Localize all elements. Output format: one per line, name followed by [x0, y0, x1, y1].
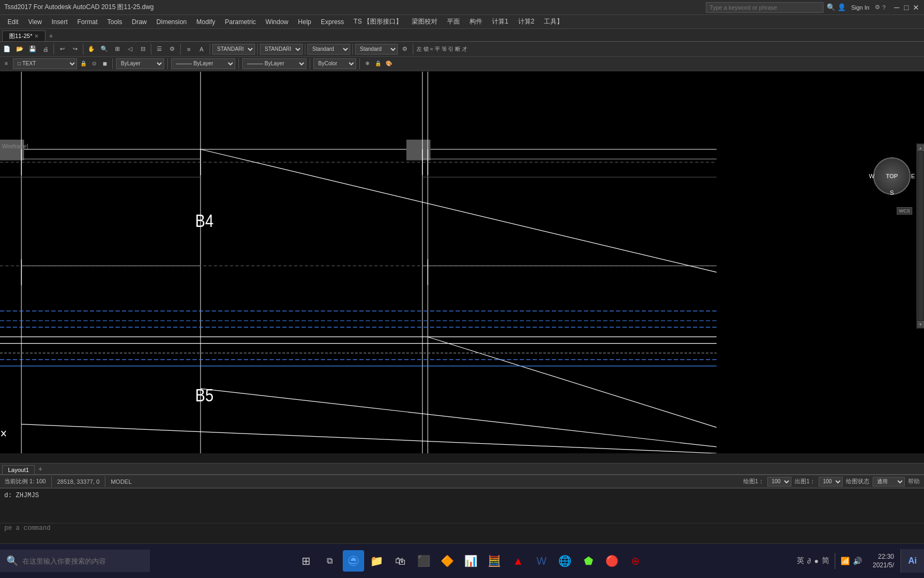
network-icon[interactable]: 📶	[841, 557, 850, 565]
zoom-prev-btn[interactable]: ◁	[124, 43, 136, 55]
menu-tools2[interactable]: 工具】	[540, 16, 567, 27]
taskbar-explorer-btn[interactable]: 📁	[366, 550, 388, 572]
save-btn[interactable]: 💾	[27, 43, 38, 55]
layer-btn2[interactable]: 🔒	[79, 59, 88, 68]
taskbar-app12-btn[interactable]: ⬟	[578, 550, 599, 572]
menu-draw[interactable]: Draw	[128, 17, 151, 27]
lineweight-select[interactable]: ——— ByLayer	[242, 58, 306, 69]
menu-pingmian[interactable]: 平面	[443, 16, 464, 27]
text-style-btn[interactable]: A	[196, 43, 207, 55]
taskbar-app7-btn[interactable]: 📊	[460, 550, 482, 572]
menu-gou[interactable]: 构件	[465, 16, 487, 27]
tray-symbol2[interactable]: ●	[814, 557, 818, 565]
canvas-area[interactable]: Wireframe]	[0, 72, 924, 453]
redo-btn[interactable]: ↪	[69, 43, 81, 55]
menu-express[interactable]: Express	[317, 17, 348, 27]
sign-in-button[interactable]: Sign In	[848, 3, 873, 12]
dim-style-dropdown[interactable]: STANDARI	[260, 44, 303, 55]
properties-btn[interactable]: ⚙	[166, 43, 178, 55]
taskbar-search-input[interactable]	[22, 557, 135, 565]
tray-symbol1[interactable]: ∂	[807, 557, 811, 565]
color-select[interactable]: ByLayer	[116, 58, 164, 69]
taskbar-autocad-btn[interactable]: ⬛	[413, 550, 435, 572]
taskbar-calc-btn[interactable]: 🧮	[484, 550, 505, 572]
vp-lock-btn[interactable]: 🔒	[374, 59, 382, 68]
search-icon[interactable]: 🔍	[827, 3, 835, 11]
help-icon[interactable]: ?	[882, 4, 886, 11]
menu-liang[interactable]: 梁图校对	[407, 16, 442, 27]
menu-dimension[interactable]: Dimension	[152, 17, 191, 27]
scroll-up-btn[interactable]: ▲	[918, 144, 924, 151]
vp-color-btn[interactable]: 🎨	[384, 59, 393, 68]
taskbar-app11-btn[interactable]: 🌐	[555, 550, 576, 572]
menu-edit[interactable]: Edit	[3, 17, 23, 27]
plotstyle-select[interactable]: ByColor	[313, 58, 356, 69]
maximize-button[interactable]: □	[903, 4, 910, 11]
tray-input-mode[interactable]: 英	[797, 556, 804, 566]
taskbar-start-btn[interactable]: ⊞	[296, 550, 317, 572]
drawing-scale-select[interactable]: 100	[767, 477, 791, 486]
toolbar1: 📄 📂 💾 🖨 ↩ ↪ ✋ 🔍 ⊞ ◁ ⊟ ☰ ⚙ ≡ A STANDARI S…	[0, 42, 924, 57]
taskbar-xiaomi-btn[interactable]: 🔶	[437, 550, 458, 572]
drawing-canvas[interactable]: B4 B5 ✕	[0, 72, 924, 453]
layer-panel-btn[interactable]: ≡	[2, 59, 11, 68]
help-label[interactable]: 帮助	[908, 477, 920, 485]
vp-freeze-btn[interactable]: ❄	[363, 59, 372, 68]
menu-modify[interactable]: Modify	[192, 17, 219, 27]
ai-button[interactable]: Ai	[900, 549, 924, 573]
layout-tab-add-button[interactable]: +	[35, 463, 45, 474]
workspace-dropdown[interactable]: Standard	[355, 44, 398, 55]
undo-btn[interactable]: ↩	[56, 43, 68, 55]
text-style-dropdown[interactable]: STANDARI	[212, 44, 255, 55]
layer-btn4[interactable]: ◼	[101, 59, 109, 68]
svg-rect-0	[0, 72, 924, 453]
menu-calc1[interactable]: 计算1	[488, 16, 513, 27]
minimize-button[interactable]: ─	[893, 4, 900, 11]
layer-btn3[interactable]: ⊙	[90, 59, 98, 68]
taskbar-edge-btn[interactable]	[343, 550, 364, 572]
user-icon[interactable]: 👤	[837, 3, 846, 11]
visual-style-dropdown[interactable]: Standard	[307, 44, 350, 55]
taskbar-app13-btn[interactable]: 🔴	[602, 550, 623, 572]
taskbar-app14-btn[interactable]: ⊕	[625, 550, 646, 572]
navigation-cube[interactable]: N TOP S W E	[871, 152, 913, 206]
menu-format[interactable]: Format	[73, 17, 102, 27]
layer-btn[interactable]: ☰	[153, 43, 165, 55]
draw-state-select[interactable]: 通用	[873, 477, 905, 486]
zoom-ext-btn[interactable]: ⊟	[137, 43, 149, 55]
menu-ts[interactable]: TS 【图形接口】	[349, 16, 406, 27]
pan-btn[interactable]: ✋	[86, 43, 97, 55]
zoom-btn[interactable]: 🔍	[98, 43, 110, 55]
open-btn[interactable]: 📂	[14, 43, 26, 55]
layout-tab-layout1[interactable]: Layout1	[2, 465, 35, 474]
search-input[interactable]	[706, 2, 823, 13]
menu-window[interactable]: Window	[261, 17, 293, 27]
tab-drawing[interactable]: 图11-25* ✕	[2, 31, 45, 41]
menu-help[interactable]: Help	[294, 17, 315, 27]
tray-simplified-chinese[interactable]: 简	[822, 556, 829, 566]
workspace-settings-btn[interactable]: ⚙	[399, 43, 411, 55]
settings-icon[interactable]: ⚙	[875, 4, 880, 11]
menu-parametric[interactable]: Parametric	[221, 17, 260, 27]
taskbar-app9-btn[interactable]: ▲	[507, 550, 529, 572]
match-btn[interactable]: ≡	[183, 43, 195, 55]
print-btn[interactable]: 🖨	[40, 43, 51, 55]
scroll-down-btn[interactable]: ▼	[918, 321, 924, 328]
tab-add-button[interactable]: +	[45, 31, 56, 41]
linetype-select[interactable]: ——— ByLayer	[171, 58, 235, 69]
output-scale-select[interactable]: 100	[819, 477, 843, 486]
menu-calc2[interactable]: 计算2	[514, 16, 539, 27]
scroll-track[interactable]	[919, 152, 923, 320]
speaker-icon[interactable]: 🔊	[853, 557, 862, 565]
new-btn[interactable]: 📄	[1, 43, 13, 55]
menu-view[interactable]: View	[24, 17, 47, 27]
layer-select[interactable]: □ TEXT	[13, 58, 77, 69]
menu-insert[interactable]: Insert	[47, 17, 72, 27]
close-button[interactable]: ✕	[912, 4, 920, 11]
taskbar-store-btn[interactable]: 🛍	[390, 550, 411, 572]
menu-tools[interactable]: Tools	[103, 17, 127, 27]
zoom-window-btn[interactable]: ⊞	[111, 43, 123, 55]
taskbar-word-btn[interactable]: W	[531, 550, 552, 572]
tab-close-icon[interactable]: ✕	[34, 33, 38, 39]
taskbar-taskview-btn[interactable]: ⧉	[319, 550, 341, 572]
